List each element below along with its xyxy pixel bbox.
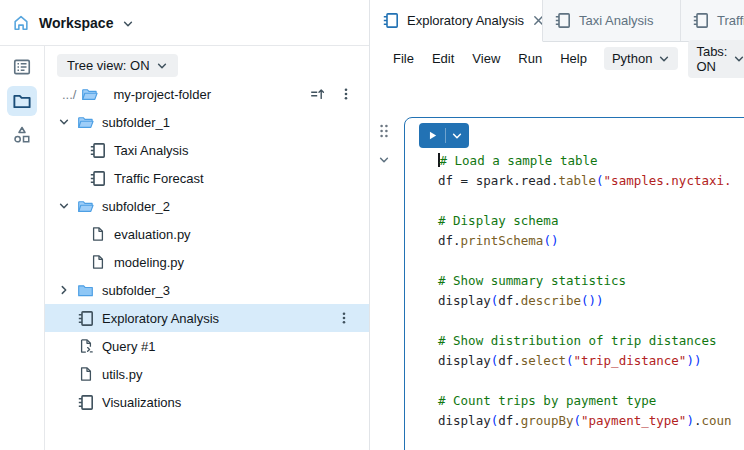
code-line[interactable] <box>438 371 732 391</box>
notebook-icon <box>89 142 106 159</box>
file-icon <box>77 366 94 383</box>
code-line[interactable]: # Show distribution of trip distances <box>438 331 732 351</box>
notebook-icon <box>692 12 709 29</box>
notebook-editor: # Load a sample tabledf = spark.read.tab… <box>371 75 744 450</box>
language-selector[interactable]: Python <box>604 47 678 70</box>
tree-item-utils-py[interactable]: utils.py <box>45 360 369 388</box>
code-line[interactable]: display(df.groupBy("payment_type").coun <box>438 411 732 431</box>
tree-view-toggle[interactable]: Tree view: ON <box>57 54 178 77</box>
kebab-menu-icon[interactable] <box>337 311 351 325</box>
notebook-icon <box>89 170 106 187</box>
notebook-icon <box>77 310 94 327</box>
left-body: Tree view: ON .../ my-project-folder sub… <box>0 46 369 450</box>
code-area[interactable]: # Load a sample tabledf = spark.read.tab… <box>438 151 732 431</box>
run-options-chevron-icon[interactable] <box>446 130 468 142</box>
chevron-down-icon <box>733 53 744 65</box>
code-line[interactable]: # Display schema <box>438 211 732 231</box>
code-line[interactable]: # Show summary statistics <box>438 271 732 291</box>
editor-panel: Exploratory AnalysisTaxi AnalysisTraffic… <box>371 0 744 450</box>
tree-root-folder[interactable]: .../ my-project-folder <box>45 80 369 108</box>
tree-item-subfolder-2[interactable]: subfolder_2 <box>45 192 369 220</box>
sort-ascending-icon[interactable] <box>309 86 325 102</box>
rail-contents-button[interactable] <box>7 52 37 82</box>
close-icon[interactable] <box>532 14 543 27</box>
left-panel: Workspace Tree view: ON .../ my-project-… <box>0 0 370 450</box>
menu-file[interactable]: File <box>384 46 423 71</box>
chevron-spacer <box>57 311 71 325</box>
tabs-toggle-label: Tabs: ON <box>696 44 727 74</box>
notebook-icon <box>554 12 571 29</box>
language-selector-label: Python <box>612 51 652 66</box>
play-icon[interactable] <box>419 130 445 141</box>
chevron-spacer <box>69 171 83 185</box>
code-line[interactable] <box>438 251 732 271</box>
collapse-cell-icon[interactable] <box>378 152 390 170</box>
code-line[interactable]: df = spark.read.table("samples.nyctaxi. <box>438 171 732 191</box>
file-icon <box>89 254 106 271</box>
tab-taxi-analysis[interactable]: Taxi Analysis <box>543 0 681 41</box>
folder-closed-icon <box>77 282 94 299</box>
tree-item-visualizations[interactable]: Visualizations <box>45 388 369 416</box>
tree-item-evaluation-py[interactable]: evaluation.py <box>45 220 369 248</box>
tree-item-subfolder-3[interactable]: subfolder_3 <box>45 276 369 304</box>
tree-item-label: subfolder_3 <box>102 283 170 298</box>
home-icon[interactable] <box>12 14 30 32</box>
tree-item-subfolder-1[interactable]: subfolder_1 <box>45 108 369 136</box>
folder-open-icon <box>77 198 94 215</box>
chevron-down-icon[interactable] <box>57 115 71 129</box>
chevron-spacer <box>57 339 71 353</box>
chevron-down-icon[interactable] <box>57 199 71 213</box>
code-cell[interactable]: # Load a sample tabledf = spark.read.tab… <box>404 117 744 450</box>
tab-label: Exploratory Analysis <box>407 13 524 28</box>
rail-workspace-files-button[interactable] <box>7 86 37 116</box>
tree-item-label: evaluation.py <box>114 227 191 242</box>
notebook-icon <box>77 394 94 411</box>
tab-label: Traffic Forecast <box>717 13 744 28</box>
folder-rail-icon <box>12 91 32 111</box>
run-cell-button[interactable] <box>419 123 469 148</box>
root-folder-label: my-project-folder <box>113 87 211 102</box>
code-line[interactable]: # Count trips by payment type <box>438 391 732 411</box>
tree-rows: subfolder_1Taxi AnalysisTraffic Forecast… <box>45 108 369 416</box>
tree-item-taxi-analysis[interactable]: Taxi Analysis <box>45 136 369 164</box>
tree-item-label: subfolder_2 <box>102 199 170 214</box>
notebook-icon <box>382 12 399 29</box>
code-line[interactable]: display(df.describe()) <box>438 291 732 311</box>
chevron-spacer <box>69 227 83 241</box>
tree-item-label: utils.py <box>102 367 142 382</box>
tree-item-query-1[interactable]: Query #1 <box>45 332 369 360</box>
menu-help[interactable]: Help <box>551 46 596 71</box>
tree-item-modeling-py[interactable]: modeling.py <box>45 248 369 276</box>
chevron-spacer <box>57 395 71 409</box>
folder-open-icon <box>77 114 94 131</box>
code-line[interactable]: # Load a sample table <box>438 151 732 171</box>
path-prefix: .../ <box>62 87 76 102</box>
panel-list-icon <box>12 57 32 77</box>
tree-item-label: Traffic Forecast <box>114 171 204 186</box>
workspace-title: Workspace <box>39 15 113 31</box>
code-line[interactable] <box>438 191 732 211</box>
tree-item-label: modeling.py <box>114 255 184 270</box>
tabs-toggle[interactable]: Tabs: ON <box>688 40 744 78</box>
code-line[interactable]: df.printSchema() <box>438 231 732 251</box>
chevron-down-icon <box>156 60 168 72</box>
tree-item-traffic-forecast[interactable]: Traffic Forecast <box>45 164 369 192</box>
tree-panel: Tree view: ON .../ my-project-folder sub… <box>45 46 369 450</box>
tree-item-label: Visualizations <box>102 395 181 410</box>
chevron-down-icon[interactable] <box>122 18 134 30</box>
tab-traffic-forecast[interactable]: Traffic Forecast <box>681 0 744 41</box>
menu-run[interactable]: Run <box>509 46 551 71</box>
tree-item-exploratory-analysis[interactable]: Exploratory Analysis <box>45 304 369 332</box>
drag-handle-icon[interactable] <box>377 122 391 144</box>
tree-view-toggle-label: Tree view: ON <box>67 58 150 73</box>
code-line[interactable]: display(df.select("trip_distance")) <box>438 351 732 371</box>
code-line[interactable] <box>438 311 732 331</box>
rail-shapes-button[interactable] <box>7 120 37 150</box>
chevron-right-icon[interactable] <box>57 283 71 297</box>
menu-edit[interactable]: Edit <box>423 46 463 71</box>
kebab-menu-icon[interactable] <box>339 87 353 101</box>
menu-view[interactable]: View <box>463 46 509 71</box>
workspace-header: Workspace <box>0 0 369 46</box>
menu-bar: FileEditViewRunHelp Python Tabs: ON <box>371 42 744 75</box>
tab-exploratory-analysis[interactable]: Exploratory Analysis <box>371 0 543 42</box>
